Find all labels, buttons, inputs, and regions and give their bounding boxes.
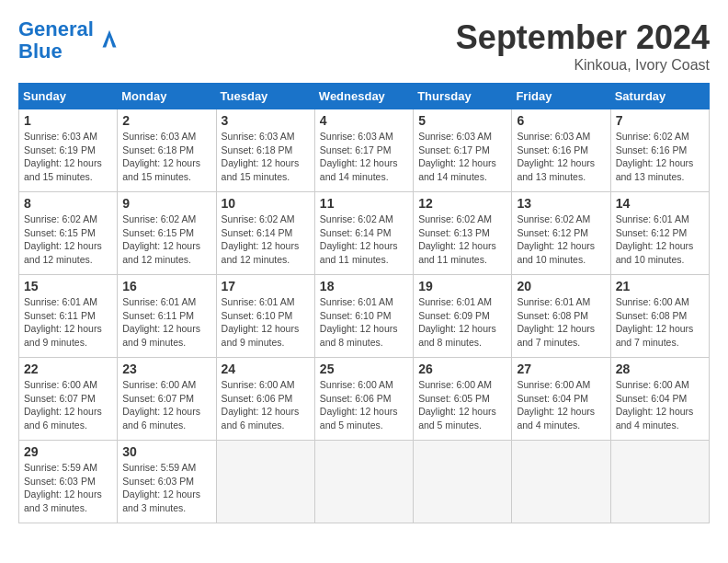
logo-text: General Blue (18, 18, 94, 63)
location-title: Kinkoua, Ivory Coast (456, 57, 710, 74)
table-row: 1Sunrise: 6:03 AMSunset: 6:19 PMDaylight… (19, 109, 118, 192)
header-wednesday: Wednesday (314, 84, 413, 109)
day-number: 3 (222, 113, 310, 128)
table-row: 7Sunrise: 6:02 AMSunset: 6:16 PMDaylight… (610, 109, 709, 192)
table-row: 8Sunrise: 6:02 AMSunset: 6:15 PMDaylight… (19, 192, 118, 275)
day-info: Sunrise: 6:01 AMSunset: 6:09 PMDaylight:… (418, 296, 496, 348)
day-info: Sunrise: 6:00 AMSunset: 6:04 PMDaylight:… (517, 379, 595, 431)
day-info: Sunrise: 6:03 AMSunset: 6:18 PMDaylight:… (122, 131, 200, 182)
table-row: 2Sunrise: 6:03 AMSunset: 6:18 PMDaylight… (118, 109, 216, 192)
table-row (414, 441, 512, 523)
table-row: 25Sunrise: 6:00 AMSunset: 6:06 PMDayligh… (314, 358, 413, 441)
day-info: Sunrise: 6:01 AMSunset: 6:12 PMDaylight:… (616, 213, 694, 265)
day-info: Sunrise: 6:01 AMSunset: 6:08 PMDaylight:… (517, 296, 595, 348)
day-info: Sunrise: 6:00 AMSunset: 6:06 PMDaylight:… (320, 379, 398, 431)
day-info: Sunrise: 6:01 AMSunset: 6:10 PMDaylight:… (222, 296, 300, 348)
day-info: Sunrise: 6:02 AMSunset: 6:15 PMDaylight:… (122, 213, 200, 265)
page-header: General Blue September 2024 Kinkoua, Ivo… (18, 18, 710, 74)
header-saturday: Saturday (610, 84, 709, 109)
day-number: 5 (418, 113, 506, 128)
table-row: 27Sunrise: 6:00 AMSunset: 6:04 PMDayligh… (512, 358, 610, 441)
table-row: 24Sunrise: 6:00 AMSunset: 6:06 PMDayligh… (216, 358, 314, 441)
logo-icon (96, 27, 123, 54)
day-info: Sunrise: 6:03 AMSunset: 6:17 PMDaylight:… (320, 131, 398, 182)
calendar-row: 15Sunrise: 6:01 AMSunset: 6:11 PMDayligh… (19, 275, 710, 358)
table-row (512, 441, 610, 523)
header-monday: Monday (118, 84, 216, 109)
day-number: 2 (122, 113, 210, 128)
table-row: 10Sunrise: 6:02 AMSunset: 6:14 PMDayligh… (216, 192, 314, 275)
table-row: 15Sunrise: 6:01 AMSunset: 6:11 PMDayligh… (19, 275, 118, 358)
table-row: 28Sunrise: 6:00 AMSunset: 6:04 PMDayligh… (610, 358, 709, 441)
calendar-row: 1Sunrise: 6:03 AMSunset: 6:19 PMDaylight… (19, 109, 710, 192)
day-info: Sunrise: 6:00 AMSunset: 6:07 PMDaylight:… (122, 379, 200, 431)
day-info: Sunrise: 5:59 AMSunset: 6:03 PMDaylight:… (122, 462, 200, 513)
weekday-header-row: Sunday Monday Tuesday Wednesday Thursday… (19, 84, 710, 109)
table-row: 5Sunrise: 6:03 AMSunset: 6:17 PMDaylight… (414, 109, 512, 192)
day-number: 13 (517, 196, 605, 211)
table-row: 3Sunrise: 6:03 AMSunset: 6:18 PMDaylight… (216, 109, 314, 192)
day-number: 25 (320, 362, 408, 376)
day-number: 15 (24, 279, 112, 293)
day-info: Sunrise: 6:03 AMSunset: 6:17 PMDaylight:… (418, 131, 496, 182)
day-number: 11 (320, 196, 408, 211)
day-info: Sunrise: 6:00 AMSunset: 6:08 PMDaylight:… (616, 296, 694, 348)
title-block: September 2024 Kinkoua, Ivory Coast (456, 18, 710, 74)
table-row: 4Sunrise: 6:03 AMSunset: 6:17 PMDaylight… (314, 109, 413, 192)
table-row (610, 441, 709, 523)
day-number: 16 (122, 279, 210, 293)
day-info: Sunrise: 6:02 AMSunset: 6:15 PMDaylight:… (24, 213, 102, 265)
table-row: 22Sunrise: 6:00 AMSunset: 6:07 PMDayligh… (19, 358, 118, 441)
day-number: 14 (616, 196, 704, 211)
day-number: 9 (122, 196, 210, 211)
logo: General Blue (18, 18, 123, 63)
table-row: 29Sunrise: 5:59 AMSunset: 6:03 PMDayligh… (19, 441, 118, 523)
day-info: Sunrise: 6:01 AMSunset: 6:11 PMDaylight:… (24, 296, 102, 348)
day-number: 26 (418, 362, 506, 376)
day-info: Sunrise: 6:01 AMSunset: 6:10 PMDaylight:… (320, 296, 398, 348)
header-friday: Friday (512, 84, 610, 109)
day-number: 30 (122, 444, 210, 459)
header-sunday: Sunday (19, 84, 118, 109)
table-row (216, 441, 314, 523)
day-number: 21 (616, 279, 704, 293)
day-info: Sunrise: 6:02 AMSunset: 6:13 PMDaylight:… (418, 213, 496, 265)
calendar-row: 29Sunrise: 5:59 AMSunset: 6:03 PMDayligh… (19, 441, 710, 523)
day-number: 7 (616, 113, 704, 128)
day-number: 6 (517, 113, 605, 128)
table-row: 18Sunrise: 6:01 AMSunset: 6:10 PMDayligh… (314, 275, 413, 358)
calendar-row: 22Sunrise: 6:00 AMSunset: 6:07 PMDayligh… (19, 358, 710, 441)
day-info: Sunrise: 6:00 AMSunset: 6:06 PMDaylight:… (222, 379, 300, 431)
day-number: 12 (418, 196, 506, 211)
table-row: 26Sunrise: 6:00 AMSunset: 6:05 PMDayligh… (414, 358, 512, 441)
day-info: Sunrise: 6:00 AMSunset: 6:05 PMDaylight:… (418, 379, 496, 431)
day-number: 24 (222, 362, 310, 376)
day-info: Sunrise: 6:03 AMSunset: 6:16 PMDaylight:… (517, 131, 595, 182)
table-row: 16Sunrise: 6:01 AMSunset: 6:11 PMDayligh… (118, 275, 216, 358)
day-number: 10 (222, 196, 310, 211)
svg-marker-0 (102, 30, 116, 48)
day-info: Sunrise: 6:00 AMSunset: 6:04 PMDaylight:… (616, 379, 694, 431)
day-number: 17 (222, 279, 310, 293)
calendar-table: Sunday Monday Tuesday Wednesday Thursday… (18, 83, 710, 523)
table-row: 19Sunrise: 6:01 AMSunset: 6:09 PMDayligh… (414, 275, 512, 358)
day-info: Sunrise: 6:00 AMSunset: 6:07 PMDaylight:… (24, 379, 102, 431)
month-title: September 2024 (456, 18, 710, 57)
day-info: Sunrise: 6:02 AMSunset: 6:12 PMDaylight:… (517, 213, 595, 265)
day-info: Sunrise: 6:02 AMSunset: 6:16 PMDaylight:… (616, 131, 694, 182)
day-info: Sunrise: 5:59 AMSunset: 6:03 PMDaylight:… (24, 462, 102, 513)
table-row: 14Sunrise: 6:01 AMSunset: 6:12 PMDayligh… (610, 192, 709, 275)
table-row: 30Sunrise: 5:59 AMSunset: 6:03 PMDayligh… (118, 441, 216, 523)
day-info: Sunrise: 6:03 AMSunset: 6:19 PMDaylight:… (24, 131, 102, 182)
day-info: Sunrise: 6:03 AMSunset: 6:18 PMDaylight:… (222, 131, 300, 182)
day-number: 28 (616, 362, 704, 376)
table-row: 20Sunrise: 6:01 AMSunset: 6:08 PMDayligh… (512, 275, 610, 358)
table-row: 13Sunrise: 6:02 AMSunset: 6:12 PMDayligh… (512, 192, 610, 275)
table-row: 12Sunrise: 6:02 AMSunset: 6:13 PMDayligh… (414, 192, 512, 275)
table-row (314, 441, 413, 523)
calendar-row: 8Sunrise: 6:02 AMSunset: 6:15 PMDaylight… (19, 192, 710, 275)
day-number: 22 (24, 362, 112, 376)
day-number: 29 (24, 444, 112, 459)
day-number: 1 (24, 113, 112, 128)
day-number: 4 (320, 113, 408, 128)
